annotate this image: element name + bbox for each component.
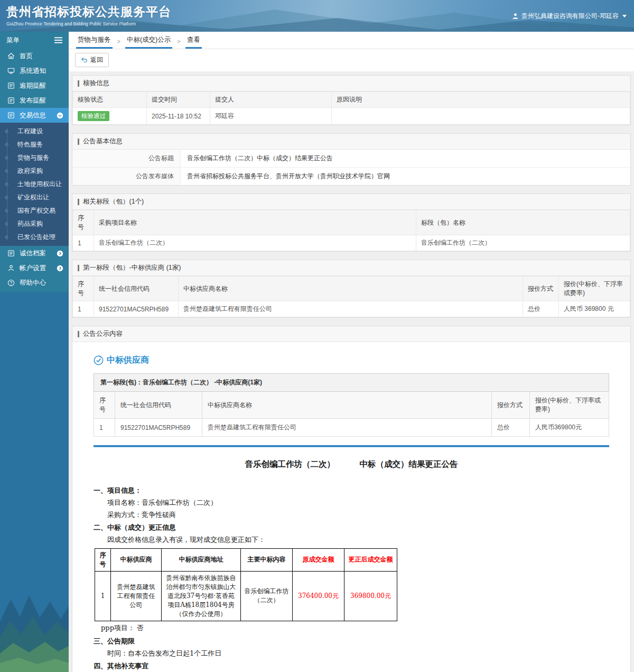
bullet-icon [5, 169, 8, 173]
bullet-icon [5, 222, 8, 226]
bullet-icon [5, 143, 8, 146]
quote-method: 总价 [491, 419, 529, 437]
sidebar-item-account-settings[interactable]: 帐户设置 [0, 261, 69, 275]
doc-line: 时间：自本公告发布之日起1个工作日 [107, 649, 609, 658]
row-index: 1 [73, 301, 94, 317]
quote-amount: 人民币 369800 元 [559, 301, 630, 317]
sidebar-subitem-featured-services[interactable]: 特色服务 [0, 138, 69, 151]
field-label: 公告发布媒体 [72, 168, 181, 185]
document-icon [7, 97, 15, 104]
column-header: 中标供应商名称 [179, 277, 523, 301]
column-header-corrected-amount: 更正后成交金额 [344, 548, 397, 571]
caret-down-icon [622, 15, 627, 17]
sidebar-subitem-project-construction[interactable]: 工程建设 [0, 125, 69, 138]
winner-panel-header: 第一标段（包）-中标供应商 (1家) [72, 260, 630, 276]
column-header: 核验状态 [73, 92, 147, 108]
announcement-document: 音乐创编工作坊（二次） 中标（成交）结果更正公告 一、项目信息： 项目名称：音乐… [94, 459, 609, 672]
section-title: 核验信息 [83, 79, 109, 88]
column-header: 中标供应商名称 [202, 392, 492, 419]
field-value: 贵州省招标投标公共服务平台、贵州开放大学（贵州职业技术学院）官网 [181, 168, 630, 185]
bullet-icon [5, 209, 8, 213]
column-header: 采购项目名称 [94, 210, 416, 235]
sidebar-subitem-mining-rights[interactable]: 矿业权出让 [0, 191, 69, 204]
column-header: 提交时间 [147, 92, 210, 108]
doc-heading-4: 四、其他补充事宜 [94, 661, 609, 671]
column-header: 报价(中标价、下浮率或费率) [559, 277, 630, 301]
main-content: 货物与服务 > 中标(成交)公示 > 查看 返回 核验信息 核验 [69, 32, 634, 672]
column-header: 序号 [73, 277, 94, 301]
breadcrumb-goods-services[interactable]: 货物与服务 [76, 32, 113, 49]
sidebar-subitem-state-owned-property[interactable]: 国有产权交易 [0, 204, 69, 217]
original-amount: 376400.00元 [293, 571, 344, 621]
supplier-name: 贵州楚磊建筑工程有限责任公司 [202, 419, 492, 437]
sidebar-subitem-government-procurement[interactable]: 政府采购 [0, 164, 69, 178]
breadcrumb-award-publicity[interactable]: 中标(成交)公示 [125, 32, 172, 49]
back-button[interactable]: 返回 [75, 53, 109, 67]
field-value: 音乐创编工作坊（二次）中标（成交）结果更正公告 [181, 150, 630, 167]
column-header: 序号 [95, 548, 111, 571]
embedded-table-caption: 第一标段(包)：音乐创编工作坊（二次） -中标供应商(1家) [94, 374, 609, 392]
sidebar-item-label: 首页 [20, 52, 33, 61]
sidebar-item-credit-archive[interactable]: 诚信档案 [0, 246, 69, 261]
breadcrumb: 货物与服务 > 中标(成交)公示 > 查看 [69, 32, 634, 49]
bullet-icon [5, 130, 8, 133]
user-menu[interactable]: 贵州弘典建设咨询有限公司-邓廷容 [512, 12, 627, 21]
section-accent-bar [78, 199, 79, 205]
toolbar: 返回 [69, 49, 634, 71]
embedded-winner-table: 第一标段(包)：音乐创编工作坊（二次） -中标供应商(1家) 序号 统一社会信用… [94, 373, 609, 437]
column-header-original-amount: 原成交金额 [293, 548, 344, 571]
verification-table: 核验状态 提交时间 提交人 原因说明 核验通过 2025-11-18 10:52… [72, 91, 630, 125]
sidebar-item-system-notice[interactable]: 系统通知 [0, 63, 69, 78]
sidebar-item-help-center[interactable]: 帮助中心 [0, 275, 69, 290]
reason [332, 108, 630, 125]
supplier-name: 贵州楚磊建筑工程有限责任公司 [111, 571, 162, 621]
archive-icon [7, 250, 15, 257]
section-title: 公告公示内容 [83, 329, 123, 338]
column-header: 主要中标内容 [241, 548, 293, 571]
sidebar-subitem-drug-procurement[interactable]: 药品采购 [0, 217, 69, 231]
doc-line: 项目名称：音乐创编工作坊（二次） [107, 498, 609, 508]
document-icon [7, 82, 15, 89]
section-accent-bar [78, 331, 79, 337]
sidebar-item-label: 系统通知 [20, 67, 46, 76]
table-row: 1 贵州楚磊建筑工程有限责任公司 贵州省黔南布依族苗族自治州都匀市匀东镇旗山大道… [95, 571, 397, 621]
announcement-panel: 公告公示内容 中标供应商 第一标段(包)：音乐创编工作坊（二次） -中标供应商(… [72, 326, 631, 672]
app-subtitle: GuiZhou Province Tendering and Bidding P… [6, 21, 171, 26]
back-arrow-icon [81, 57, 88, 63]
hamburger-icon[interactable] [54, 37, 62, 43]
sidebar-subitem-land-use-rights[interactable]: 土地使用权出让 [0, 178, 69, 191]
user-name: 贵州弘典建设咨询有限公司-邓廷容 [521, 12, 619, 21]
doc-line: 采购方式：竞争性磋商 [107, 510, 609, 520]
ppp-line: ppp项目： 否 [101, 623, 609, 633]
credit-code: 91522701MAC5RPH589 [115, 419, 202, 437]
section-accent-bar [78, 80, 79, 87]
breadcrumb-view[interactable]: 查看 [185, 32, 202, 49]
user-icon [512, 13, 519, 20]
sidebar-item-label: 发布提醒 [20, 96, 46, 105]
breadcrumb-separator: > [177, 38, 180, 49]
doc-heading-3: 三、公告期限 [94, 637, 609, 646]
document-icon [7, 112, 15, 119]
credit-code: 91522701MAC5RPH589 [94, 301, 179, 317]
project-name: 音乐创编工作坊（二次） [94, 235, 416, 251]
chevron-right-circle-icon [57, 265, 63, 272]
basic-info-panel-header: 公告基本信息 [72, 134, 630, 150]
bullet-icon [5, 196, 8, 199]
sidebar-item-label: 帮助中心 [20, 279, 46, 288]
sidebar-item-home[interactable]: 首页 [0, 49, 69, 63]
table-row: 核验通过 2025-11-18 10:52 邓廷容 [73, 108, 630, 125]
row-index: 1 [95, 571, 111, 621]
sidebar-item-publish-reminder[interactable]: 发布提醒 [0, 93, 69, 108]
submitter: 邓廷容 [210, 108, 332, 125]
sidebar-item-overdue-reminder[interactable]: 逾期提醒 [0, 78, 69, 93]
sidebar-subitem-published-announcements[interactable]: 已发公告处理 [0, 231, 69, 244]
sidebar-subitem-goods-services[interactable]: 货物与服务 [0, 151, 69, 164]
basic-info-panel: 公告基本信息 公告标题 音乐创编工作坊（二次）中标（成交）结果更正公告 公告发布… [72, 133, 631, 186]
column-header: 原因说明 [332, 92, 630, 108]
brand: 贵州省招标投标公共服务平台 GuiZhou Province Tendering… [6, 4, 171, 26]
sidebar-item-trade-info[interactable]: 交易信息 [0, 108, 69, 123]
column-header: 中标供应商地址 [162, 548, 241, 571]
column-header: 统一社会信用代码 [115, 392, 202, 419]
column-header: 序号 [73, 210, 94, 235]
app-header: 贵州省招标投标公共服务平台 GuiZhou Province Tendering… [0, 0, 634, 32]
